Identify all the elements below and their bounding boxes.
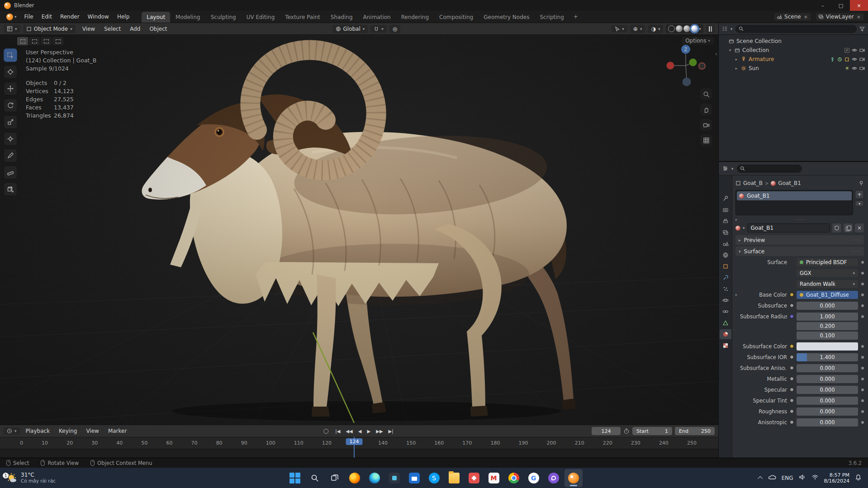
tab-world[interactable] [720,250,731,260]
menu-item[interactable]: Marker [104,426,131,436]
transform-tool[interactable] [4,132,17,146]
properties-editor-icon[interactable] [722,166,728,171]
task-view-icon[interactable] [326,469,344,487]
pan-hand-icon[interactable] [700,104,712,115]
workspace-tab[interactable]: Scripting [535,12,569,23]
color-socket-icon[interactable] [790,293,794,297]
select-intersect-button[interactable] [52,37,63,45]
workspace-tab[interactable]: Compositing [434,12,478,23]
weather-widget[interactable]: 1 31°C Có mây rải rác [0,472,56,484]
overlays-dropdown[interactable]: ◑ ▾ [648,25,663,33]
add-slot-button[interactable]: + [855,190,864,199]
chrome-icon[interactable] [505,469,523,487]
menu-item[interactable]: Window [84,12,113,21]
menu-item[interactable]: Help [113,12,133,21]
add-workspace-button[interactable]: + [570,12,582,22]
viewlayer-selector[interactable]: ViewLayer × [815,12,864,21]
gmail-icon[interactable]: M [485,469,503,487]
tab-scene[interactable] [720,239,731,249]
editor-type-button[interactable]: ▾ [4,25,20,33]
menu-item[interactable]: File [20,12,38,21]
tab-render[interactable] [720,205,731,215]
animate-dot[interactable] [861,272,864,275]
menu-item[interactable]: Playback [22,426,54,436]
animate-dot[interactable] [861,283,864,285]
edge-icon[interactable] [365,469,384,487]
specular-field[interactable]: 0.000 [797,386,858,394]
hide-eye-icon[interactable] [852,57,857,62]
hide-eye-icon[interactable] [852,66,857,71]
close-icon[interactable]: × [803,14,808,20]
google-icon[interactable]: G [525,469,543,487]
tab-object[interactable] [720,261,731,271]
float-socket-icon[interactable] [790,388,794,392]
subsurface-value-field[interactable]: 0.000 [797,302,858,310]
breadcrumb-object[interactable]: Goat_B [743,180,763,186]
breadcrumb-material[interactable]: Goat_B1 [778,180,801,186]
animate-dot[interactable] [861,304,864,307]
shader-selector[interactable]: Principled BSDF [797,258,858,266]
tab-material[interactable] [720,329,731,339]
current-frame-field[interactable]: 124 [592,427,621,435]
blender-taskbar-icon[interactable] [564,469,583,487]
disclosure-icon[interactable]: ▸ [734,66,739,71]
cursor-tool[interactable] [4,65,17,79]
outliner-row-scene-collection[interactable]: Scene Collection [721,37,866,46]
workspace-tab[interactable]: Sculpting [206,12,241,23]
workspace-tab[interactable]: Layout [142,12,170,23]
tab-object-data[interactable] [720,318,731,328]
transport-button[interactable]: ▶▶ [375,428,384,435]
close-icon[interactable]: × [856,14,861,20]
snap-toggle[interactable]: ▾ [370,25,387,33]
hide-eye-icon[interactable] [852,47,857,53]
workspace-tab[interactable]: Animation [358,12,396,23]
preview-panel-header[interactable]: ▸ Preview ···· [735,235,864,245]
red-app-icon[interactable] [465,469,483,487]
camera-view-icon[interactable] [700,119,712,131]
language-indicator[interactable]: ENG [782,475,793,481]
shading-wireframe-button[interactable] [668,25,675,32]
move-tool[interactable] [4,82,17,95]
annotate-tool[interactable] [4,149,17,162]
exclude-checkbox[interactable]: ✓ [844,48,849,53]
transport-button[interactable]: ◀◀ [344,428,354,435]
shading-rendered-button[interactable] [691,25,698,32]
skype-icon[interactable]: S [425,469,443,487]
float-socket-icon[interactable] [790,355,794,359]
workspace-tab[interactable]: Texture Paint [280,12,325,23]
float-socket-icon[interactable] [790,366,794,370]
workspace-tab[interactable]: Modeling [171,12,205,23]
animate-dot[interactable] [861,294,864,296]
render-camera-icon[interactable] [859,66,865,71]
subsurface-color-swatch[interactable] [797,342,858,351]
maximize-button[interactable]: □ [832,0,850,11]
outliner-editor-icon[interactable] [722,26,728,32]
anisotropic-field[interactable]: 0.000 [797,418,858,426]
roughness-field[interactable]: 0.000 [797,407,858,416]
fake-user-button[interactable] [832,223,841,232]
menu-item[interactable]: Object [145,24,171,33]
menu-item[interactable]: Edit [38,12,56,21]
menu-item[interactable]: Keying [55,426,81,436]
animate-dot[interactable] [861,261,864,264]
render-camera-icon[interactable] [859,57,865,62]
tab-physics[interactable] [720,295,731,305]
measure-tool[interactable] [4,166,17,179]
tab-particles[interactable] [720,284,731,294]
toggle-xray-button[interactable] [706,25,715,33]
mode-selector[interactable]: Object Mode ▾ [23,25,76,33]
file-explorer-icon[interactable] [445,469,463,487]
start-button[interactable] [286,469,304,487]
viewport-3d[interactable]: Options ▾ ‹ User Perspective (124) Colle… [0,35,718,425]
copy-material-button[interactable] [844,223,853,232]
add-cube-tool[interactable] [4,182,17,196]
unlink-material-button[interactable]: × [855,223,864,232]
float-socket-icon[interactable] [790,377,794,381]
select-box-tool[interactable] [4,48,17,62]
material-browse-icon[interactable] [735,226,740,231]
color-socket-icon[interactable] [790,344,794,348]
tab-texture[interactable] [720,341,731,351]
auto-keying-icon[interactable] [323,429,328,434]
float-socket-icon[interactable] [790,303,794,308]
workspace-tab[interactable]: Geometry Nodes [479,12,534,23]
